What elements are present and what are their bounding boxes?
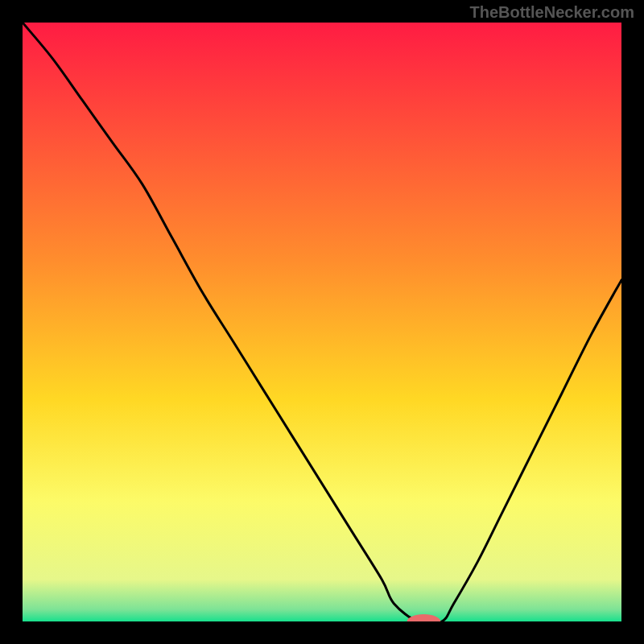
chart-background bbox=[23, 23, 621, 621]
chart-svg bbox=[23, 23, 621, 621]
watermark-text: TheBottleNecker.com bbox=[469, 3, 634, 22]
chart-plot-area bbox=[23, 23, 621, 621]
